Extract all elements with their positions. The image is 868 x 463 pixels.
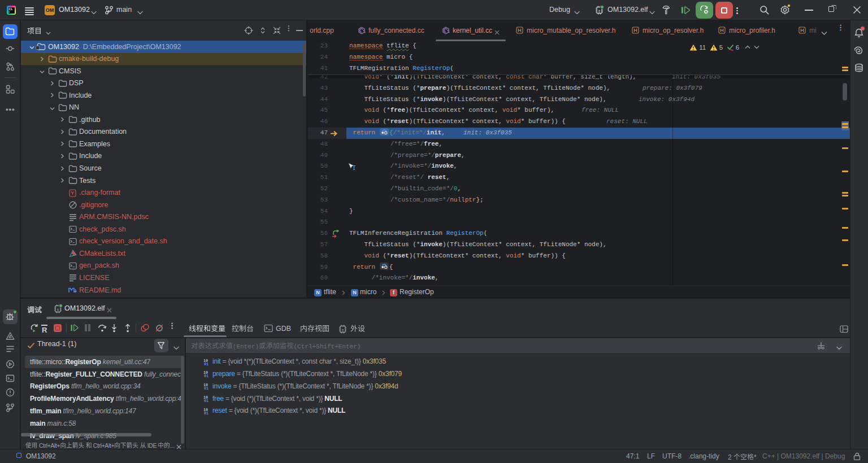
svg-text:01: 01: [204, 387, 209, 390]
svg-text:01: 01: [204, 362, 209, 366]
svg-text:01: 01: [204, 412, 209, 415]
svg-text:01: 01: [204, 374, 209, 378]
svg-text:01: 01: [204, 399, 209, 403]
